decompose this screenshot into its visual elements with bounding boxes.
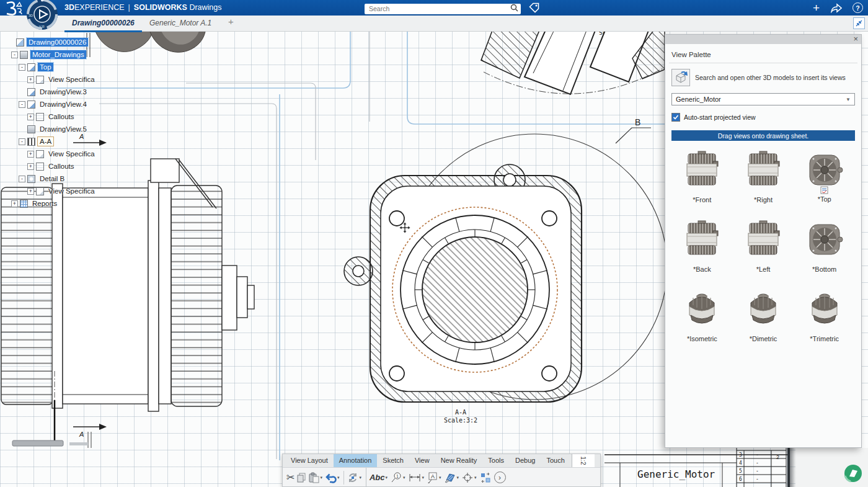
view-icon: [27, 63, 35, 71]
close-icon[interactable]: ×: [853, 34, 858, 43]
dropdown-caret[interactable]: ▾: [320, 475, 322, 480]
expander-icon[interactable]: -: [19, 176, 25, 182]
svg-text:V.R: V.R: [39, 25, 45, 29]
tab-sketch[interactable]: Sketch: [377, 454, 409, 467]
tree-item-reports[interactable]: + Reports: [0, 197, 146, 210]
dropdown-caret[interactable]: ▾: [337, 475, 340, 480]
undo-icon: [325, 472, 337, 483]
view-thumb-right[interactable]: *Right: [733, 150, 794, 220]
tree-item-drawingview5[interactable]: DrawingView.5: [0, 123, 146, 135]
document-tab-bar: Drawing00000026 Generic_Motor A.1 +: [0, 16, 868, 32]
tab-new-reality[interactable]: New Reality: [435, 454, 483, 467]
tables-button[interactable]: [479, 471, 492, 484]
expander-icon[interactable]: +: [27, 76, 34, 83]
expander-icon[interactable]: +: [11, 200, 18, 207]
tree-item-detail-b[interactable]: - Detail B: [0, 172, 146, 185]
copy-button[interactable]: [296, 472, 307, 483]
balloon-button[interactable]: 1 ▾: [390, 471, 407, 483]
tab-debug[interactable]: Debug: [510, 454, 541, 467]
back-view-thumbnail: [682, 220, 722, 259]
abc-icon: Abc: [370, 473, 385, 482]
expander-icon[interactable]: +: [27, 114, 34, 120]
center-mark-button[interactable]: ▾: [461, 471, 478, 484]
new-tab-button[interactable]: +: [228, 16, 234, 27]
tree-item-section-a-a[interactable]: - A-A: [0, 135, 146, 148]
view-thumb-dimetric[interactable]: *Dimetric: [733, 289, 794, 359]
tab-annotation[interactable]: Annotation: [334, 454, 378, 467]
dimetric-view-thumbnail: [743, 289, 783, 329]
view-thumb-trimetric[interactable]: *Trimetric: [794, 289, 855, 359]
view-thumb-left[interactable]: *Left: [733, 220, 794, 289]
dropdown-caret[interactable]: ▾: [403, 475, 405, 480]
expander-icon[interactable]: -: [19, 64, 25, 71]
tree-item-view-specification[interactable]: + View Specifica: [0, 73, 146, 86]
add-content-icon[interactable]: +: [813, 2, 820, 14]
dropdown-caret[interactable]: ▾: [359, 475, 361, 480]
tree-item-view-specification[interactable]: + View Specifica: [0, 148, 146, 160]
panel-drag-bar[interactable]: ×: [665, 35, 861, 44]
tab-touch[interactable]: Touch: [541, 454, 570, 467]
dropdown-caret[interactable]: ▾: [422, 475, 425, 480]
sync-icon: [347, 472, 358, 483]
view-thumbnail-grid: *Front *Right *Top *Back *Left: [671, 150, 855, 359]
dropdown-caret[interactable]: ▾: [439, 475, 441, 480]
toolbar-divider: [343, 471, 344, 485]
tree-item-callouts[interactable]: + Callouts: [0, 110, 146, 123]
view-thumb-back[interactable]: *Back: [671, 220, 733, 289]
autostart-checkbox[interactable]: [671, 113, 680, 122]
cut-button[interactable]: ✂: [286, 471, 294, 483]
expander-icon[interactable]: +: [27, 151, 34, 158]
view-thumb-front[interactable]: *Front: [671, 150, 733, 220]
view-thumb-isometric[interactable]: *Isometric: [671, 289, 733, 359]
toolbar-group-divider: [366, 468, 366, 487]
help-icon[interactable]: ?: [852, 2, 863, 13]
spell-check-button[interactable]: Abc ▾: [370, 473, 389, 482]
browse-models-button[interactable]: [671, 69, 690, 86]
tab-view[interactable]: View: [409, 454, 435, 467]
dropdown-caret[interactable]: ▾: [386, 475, 388, 480]
panel-title: View Palette: [671, 51, 855, 58]
surface-finish-button[interactable]: ▾: [444, 471, 461, 483]
bottom-view-thumbnail: [805, 220, 844, 259]
view-thumb-bottom[interactable]: *Bottom: [794, 220, 855, 289]
tree-item-callouts[interactable]: + Callouts: [0, 160, 146, 172]
view-palette-panel: × View Palette Search and open other 3D …: [665, 34, 862, 448]
tab-view-layout[interactable]: View Layout: [285, 454, 334, 467]
expander-icon[interactable]: +: [27, 163, 34, 170]
tree-item-view-specification[interactable]: + View Specifica: [0, 185, 146, 197]
tree-item-drawingview3[interactable]: DrawingView.3: [0, 86, 146, 98]
expander-icon[interactable]: -: [11, 51, 18, 58]
tree-item-drawing00000026[interactable]: Drawing00000026: [0, 36, 146, 48]
share-icon[interactable]: [830, 2, 842, 13]
search-input[interactable]: [365, 4, 521, 14]
expand-toolbar-button[interactable]: ›: [494, 471, 506, 483]
view-thumb-top[interactable]: *Top: [794, 150, 855, 220]
tag-icon[interactable]: [528, 2, 540, 14]
expander-icon[interactable]: -: [19, 101, 25, 108]
update-view-button[interactable]: ▾: [347, 472, 363, 483]
note-button[interactable]: A ▾: [427, 471, 443, 483]
model-selector-dropdown[interactable]: Generic_Motor ▼: [671, 93, 855, 105]
tree-item-motor-drawings[interactable]: - Motor_Drawings: [0, 48, 146, 61]
svg-text:3D: 3D: [29, 14, 33, 17]
page-icon: [36, 76, 44, 84]
undo-button[interactable]: ▾: [325, 472, 341, 483]
expander-icon[interactable]: -: [19, 138, 25, 145]
expander-icon[interactable]: +: [27, 188, 34, 195]
dropdown-caret[interactable]: ▾: [457, 475, 459, 480]
tree-item-top[interactable]: - Top: [0, 61, 146, 73]
compass-icon[interactable]: 3D V.R: [25, 0, 61, 33]
collapse-panel-icon[interactable]: [853, 17, 865, 29]
tab-tools[interactable]: Tools: [482, 454, 510, 467]
section-view-icon: [27, 138, 35, 146]
command-toolbar: View Layout Annotation Sketch View New R…: [282, 453, 601, 487]
command-tab-bar: View Layout Annotation Sketch View New R…: [283, 454, 600, 468]
search-icon[interactable]: [510, 4, 518, 12]
tab-generic-motor[interactable]: Generic_Motor A.1: [144, 16, 216, 30]
tree-item-drawingview4[interactable]: - DrawingView.4: [0, 98, 146, 110]
tab-drawing00000026[interactable]: Drawing00000026: [64, 16, 142, 32]
paste-button[interactable]: ▾: [308, 472, 324, 483]
dimension-button[interactable]: ▾: [408, 472, 426, 483]
app-title: 3DEXPERIENCE|SOLIDWORKS Drawings: [64, 3, 222, 12]
dropdown-caret[interactable]: ▾: [474, 475, 477, 480]
